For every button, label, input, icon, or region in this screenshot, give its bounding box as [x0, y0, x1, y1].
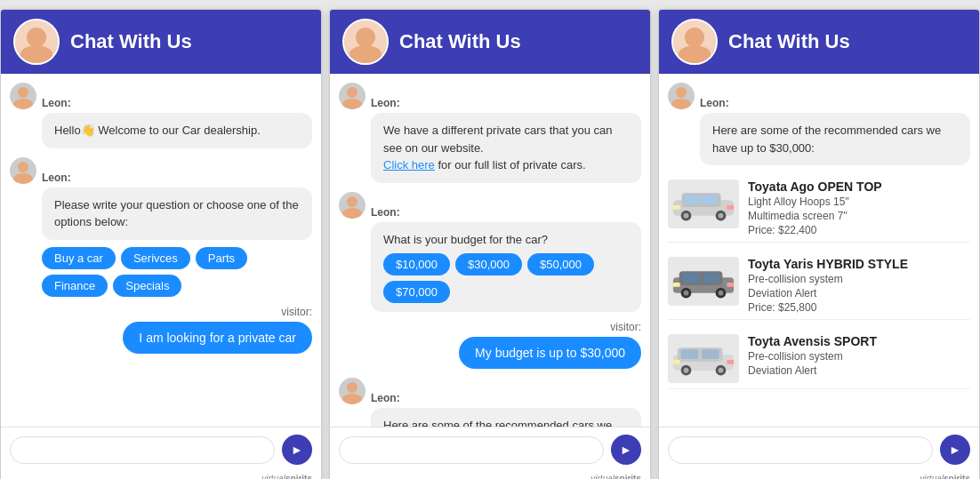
bot-bubble-2: Please write your question or choose one… [42, 188, 312, 240]
car-name-2: Toyta Yaris HYBRID STYLE [748, 257, 908, 271]
leon-avatar-w2-1 [339, 83, 365, 109]
leon-avatar-1 [10, 83, 36, 109]
chat-widgets-container: Chat With Us Leon: Hello👋 Welcome to our… [0, 0, 980, 479]
brand-label-3: virtualspirits [659, 472, 979, 479]
option-finance[interactable]: Finance [42, 275, 108, 297]
sender-label-w2-2: Leon: [339, 192, 641, 219]
car-price-1: Price: $22,400 [748, 224, 882, 236]
send-button-1[interactable]: ► [282, 435, 312, 465]
chat-widget-1: Chat With Us Leon: Hello👋 Welcome to our… [0, 9, 322, 479]
chat-input-2[interactable] [339, 436, 604, 464]
chat-footer-2: ► [330, 427, 650, 472]
footer-wrap-1: ► virtualspirits [1, 427, 321, 479]
car-info-1: Toyata Ago OPEN TOP Light Alloy Hoops 15… [748, 180, 882, 236]
svg-point-25 [684, 367, 689, 372]
leon-avatar-w2-3 [339, 378, 365, 404]
option-parts[interactable]: Parts [196, 247, 247, 269]
budget-50k[interactable]: $50,000 [527, 253, 594, 275]
car-feature2-2: Deviation Alert [748, 287, 908, 299]
car-image-3 [668, 334, 739, 383]
budget-30k[interactable]: $30,000 [455, 253, 522, 275]
leon-avatar-w3-1 [668, 83, 695, 109]
brand-text-3: virtualspirits [920, 474, 970, 479]
chat-widget-2: Chat With Us Leon: We have a different p… [329, 9, 651, 479]
avatar [13, 19, 60, 65]
sender-name-w3-1: Leon: [700, 97, 729, 109]
sender-label-w3-1: Leon: [668, 83, 970, 109]
visitor-label-2: visitor: [339, 321, 641, 333]
sender-name-w2-1: Leon: [371, 97, 400, 109]
send-icon-2: ► [620, 443, 632, 457]
chat-body-3[interactable]: Leon: Here are some of the recommended c… [659, 74, 979, 427]
car-card-3: Toyta Avensis SPORT Pre-collision system… [668, 329, 970, 389]
svg-point-7 [719, 212, 724, 218]
bot-bubble-w2-2: What is your budget for the car? $10,000… [371, 222, 641, 313]
user-bubble-1: I am looking for a private car [123, 322, 312, 354]
svg-point-17 [719, 290, 724, 295]
car-info-3: Toyta Avensis SPORT Pre-collision system… [748, 334, 877, 383]
option-buy-car[interactable]: Buy a car [42, 247, 116, 269]
footer-wrap-3: ► virtualspirits [659, 427, 979, 479]
chat-title-2: Chat With Us [399, 30, 521, 53]
bot-bubble-w2-1: We have a different private cars that yo… [371, 113, 641, 183]
option-specials[interactable]: Specials [113, 275, 181, 297]
avatar-2 [342, 19, 389, 65]
bot-msg-w2-1b: for our full list of private cars. [438, 158, 585, 172]
car-image-2 [668, 257, 739, 306]
chat-title-3: Chat With Us [728, 30, 850, 53]
svg-rect-9 [727, 204, 734, 209]
brand-label-2: virtualspirits [330, 472, 650, 479]
bot-msg-w3-intro: Here are some of the recommended cars we… [712, 124, 941, 155]
chat-input-1[interactable] [10, 436, 275, 464]
send-button-3[interactable]: ► [940, 435, 970, 465]
bot-bubble-w3-intro: Here are some of the recommended cars we… [700, 113, 970, 165]
budget-70k[interactable]: $70,000 [383, 281, 450, 303]
leon-avatar-w2-2 [339, 192, 365, 219]
bot-message-1-text: Hello👋 Welcome to our Car dealership. [54, 124, 261, 137]
chat-title-1: Chat With Us [70, 30, 192, 53]
chat-body-1[interactable]: Leon: Hello👋 Welcome to our Car dealersh… [1, 74, 321, 427]
sender-name-1: Leon: [42, 97, 71, 109]
svg-rect-13 [703, 273, 719, 283]
chat-header-2: Chat With Us [330, 10, 650, 74]
send-button-2[interactable]: ► [611, 435, 641, 465]
user-bubble-2: My budget is up to $30,000 [459, 337, 641, 369]
svg-rect-19 [727, 282, 734, 286]
chat-body-2[interactable]: Leon: We have a different private cars t… [330, 74, 650, 427]
click-here-link[interactable]: Click here [383, 158, 435, 172]
chat-footer-3: ► [659, 427, 979, 472]
bot-bubble-w2-3: Here are some of the recommended cars we… [371, 408, 641, 427]
message-group-2: Leon: Please write your question or choo… [10, 157, 312, 297]
sender-label-w2-1: Leon: [339, 83, 641, 109]
chat-widget-3: Chat With Us Leon: Here are some of the … [658, 9, 980, 479]
car-feature1-1: Light Alloy Hoops 15" [748, 196, 882, 208]
car-info-2: Toyta Yaris HYBRID STYLE Pre-collision s… [748, 257, 908, 314]
car-feature1-2: Pre-collision system [748, 273, 908, 285]
sender-name-w2-3: Leon: [371, 392, 400, 404]
sender-name-2: Leon: [42, 172, 71, 184]
brand-text-2: virtualspirits [590, 474, 641, 479]
car-image-1 [668, 180, 739, 228]
chat-input-3[interactable] [668, 436, 933, 464]
car-card-1: Toyata Ago OPEN TOP Light Alloy Hoops 15… [668, 174, 970, 243]
car-svg-1 [669, 182, 738, 227]
sender-label-1: Leon: [10, 83, 312, 109]
car-name-3: Toyta Avensis SPORT [748, 334, 877, 348]
car-feature2-1: Multimedia screen 7" [748, 210, 882, 222]
car-svg-2 [669, 259, 738, 304]
message-group-w2-2: Leon: What is your budget for the car? $… [339, 192, 641, 313]
chat-footer-1: ► [1, 427, 321, 472]
message-group-w2-1: Leon: We have a different private cars t… [339, 83, 641, 183]
option-services[interactable]: Serivces [121, 247, 190, 269]
svg-rect-29 [727, 359, 734, 363]
car-name-1: Toyata Ago OPEN TOP [748, 180, 882, 194]
car-svg-3 [669, 337, 738, 381]
bot-msg-w2-1a: We have a different private cars that yo… [383, 124, 613, 155]
brand-label-1: virtualspirits [1, 472, 321, 479]
budget-10k[interactable]: $10,000 [383, 253, 450, 275]
svg-rect-3 [702, 195, 718, 204]
svg-point-5 [684, 212, 689, 218]
message-group-user-2: visitor: My budget is up to $30,000 [339, 321, 641, 369]
avatar-3 [671, 19, 718, 65]
car-price-2: Price: $25,800 [748, 301, 908, 314]
